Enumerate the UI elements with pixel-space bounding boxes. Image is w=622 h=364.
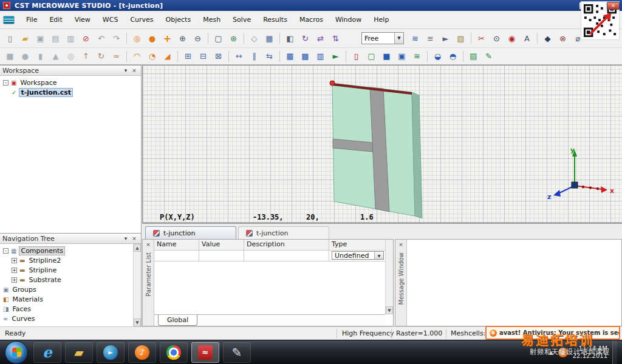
rotate-profile-icon[interactable]: ↻ <box>94 50 108 62</box>
dynamic-zoom-icon[interactable]: ⇅ <box>329 32 343 45</box>
boolean-intersect-icon[interactable]: ⊠ <box>211 50 225 62</box>
boolean-subtract-icon[interactable]: ⊟ <box>196 50 210 62</box>
navigation-close-icon[interactable]: × <box>130 235 138 241</box>
primitive-cylinder-icon[interactable]: ▮ <box>33 50 47 62</box>
column-header-description[interactable]: Description <box>244 240 329 251</box>
close-button[interactable]: × <box>607 2 620 10</box>
workspace-pin-icon[interactable]: ▾ <box>121 67 130 73</box>
torus-tool-icon[interactable]: ◎ <box>130 32 144 45</box>
tree-item-components[interactable]: -▦Components <box>0 246 141 255</box>
tree-item-faces[interactable]: ◨Faces <box>0 304 141 314</box>
workspace-close-icon[interactable]: × <box>130 67 138 73</box>
units-icon[interactable]: ▣ <box>395 50 409 62</box>
expand-icon[interactable]: + <box>12 268 17 273</box>
boundary-icon[interactable]: ▢ <box>364 50 378 62</box>
save-icon[interactable]: ▣ <box>33 32 47 45</box>
zoom-range-icon[interactable]: ▢ <box>211 32 225 45</box>
parameter-list-close-icon[interactable]: × <box>146 241 151 248</box>
farfield-monitor-icon[interactable]: ◓ <box>446 50 460 62</box>
shell-tool-icon[interactable]: ◔ <box>145 50 159 62</box>
primitive-torus-icon[interactable]: ◎ <box>64 50 78 62</box>
taskbar-cst[interactable]: ≈ <box>191 342 219 363</box>
global-mesh-icon[interactable]: ▩ <box>298 50 312 62</box>
menu-window[interactable]: Window <box>329 13 367 27</box>
mesh-view-icon[interactable]: ≋ <box>408 32 422 45</box>
scroll-up-icon[interactable]: ▲ <box>134 244 141 252</box>
global-tab[interactable]: Global <box>158 315 197 326</box>
tree-item-curves[interactable]: ≈Curves <box>0 314 141 323</box>
param-cell-value[interactable] <box>199 251 244 261</box>
new-file-icon[interactable]: ▯ <box>3 32 17 45</box>
copy-icon[interactable]: ▥ <box>64 32 78 45</box>
parameter-scroll-down-icon[interactable]: ▼ <box>386 306 393 314</box>
zoom-out-icon[interactable]: ⊖ <box>191 32 205 45</box>
bend-tool-icon[interactable]: ◠ <box>130 50 144 62</box>
doc-tab-1[interactable]: t-junction <box>145 226 236 239</box>
extrude-icon[interactable]: ↑ <box>79 50 93 62</box>
menu-mesh[interactable]: Mesh <box>197 13 227 27</box>
menu-macros[interactable]: Macros <box>293 13 329 27</box>
tree-item-groups[interactable]: ▣Groups <box>0 285 141 294</box>
type-dropdown-icon[interactable]: ▼ <box>374 252 383 259</box>
navigation-pin-icon[interactable]: ▾ <box>121 235 130 241</box>
align-icon[interactable]: ∥ <box>247 50 261 62</box>
menu-results[interactable]: Results <box>257 13 293 27</box>
primitive-cone-icon[interactable]: ▲ <box>49 50 63 62</box>
undo-icon[interactable]: ↶ <box>94 32 108 45</box>
frequency-icon[interactable]: ≋ <box>410 50 424 62</box>
redo-icon[interactable]: ↷ <box>109 32 123 45</box>
pick-point-icon[interactable]: ⊙ <box>490 32 504 45</box>
clear-picks-icon[interactable]: ⊗ <box>556 32 570 45</box>
primitive-sphere-icon[interactable]: ● <box>18 50 32 62</box>
menu-help[interactable]: Help <box>367 13 395 27</box>
rotate-view-icon[interactable]: ↻ <box>298 32 312 45</box>
blend-tool-icon[interactable]: ◢ <box>160 50 174 62</box>
transform-icon[interactable]: ↔ <box>232 50 246 62</box>
tree-item-stripline[interactable]: +▬Stripline <box>0 265 141 275</box>
view-cube-icon[interactable]: ◧ <box>283 32 297 45</box>
macro-edit-icon[interactable]: ✎ <box>482 50 496 62</box>
tree-item-t-junction-cst[interactable]: ✓t-junction.cst <box>0 87 141 97</box>
taskbar-media-orange[interactable]: ♪ <box>128 342 156 363</box>
menu-objects[interactable]: Objects <box>160 13 197 27</box>
param-cell-type[interactable]: Undefined ▼ <box>329 251 386 261</box>
label-tool-icon[interactable]: A <box>520 32 534 45</box>
start-solver-icon[interactable]: ► <box>329 50 343 62</box>
local-mesh-icon[interactable]: ▦ <box>283 50 297 62</box>
taskbar-chrome[interactable] <box>160 342 188 363</box>
tree-item-workspace[interactable]: -▣Workspace <box>0 78 141 87</box>
scroll-down-icon[interactable]: ▼ <box>134 318 141 326</box>
print-icon[interactable]: ▤ <box>49 32 63 45</box>
menu-curves[interactable]: Curves <box>124 13 159 27</box>
pan-view-icon[interactable]: ⇄ <box>313 32 327 45</box>
parameter-scrollbar[interactable]: ▼ <box>385 240 393 314</box>
field-monitor-icon[interactable]: ◒ <box>431 50 445 62</box>
sphere-tool-icon[interactable]: ● <box>145 32 159 45</box>
menu-view[interactable]: View <box>69 13 97 27</box>
expand-icon[interactable]: + <box>12 277 17 283</box>
pick-edge-icon[interactable]: ◆ <box>541 32 555 45</box>
taskbar-designer[interactable]: ✎ <box>223 342 251 363</box>
3d-viewport[interactable]: y x z P(X,Y,Z) -13.35, 20, 1.6 <box>142 65 622 223</box>
column-header-value[interactable]: Value <box>199 240 244 251</box>
primitive-brick-icon[interactable]: ■ <box>3 50 17 62</box>
open-icon[interactable]: ▰ <box>18 32 32 45</box>
background-icon[interactable]: ■ <box>380 50 394 62</box>
column-header-name[interactable]: Name <box>154 240 199 251</box>
taskbar-ie[interactable]: e <box>33 342 61 363</box>
combo-dropdown-icon[interactable]: ▼ <box>394 33 403 44</box>
delete-icon[interactable]: ⊘ <box>79 32 93 45</box>
tree-item-materials[interactable]: ◧Materials <box>0 294 141 304</box>
show-desktop-button[interactable] <box>612 340 617 364</box>
tree-item-stripline2[interactable]: +▬Stripline2 <box>0 255 141 265</box>
taskbar-explorer[interactable]: ▰ <box>65 342 93 363</box>
mirror-icon[interactable]: ⇆ <box>262 50 276 62</box>
collapse-icon[interactable]: - <box>3 248 9 254</box>
pick-point-marker[interactable] <box>330 81 335 86</box>
expand-icon[interactable]: + <box>12 258 17 263</box>
clipboard-icon[interactable]: ▧ <box>454 32 468 45</box>
navigation-scrollbar[interactable]: ▲ ▼ <box>133 244 141 326</box>
macro-run-icon[interactable]: ► <box>439 32 453 45</box>
start-button[interactable] <box>5 341 28 364</box>
menu-edit[interactable]: Edit <box>43 13 68 27</box>
